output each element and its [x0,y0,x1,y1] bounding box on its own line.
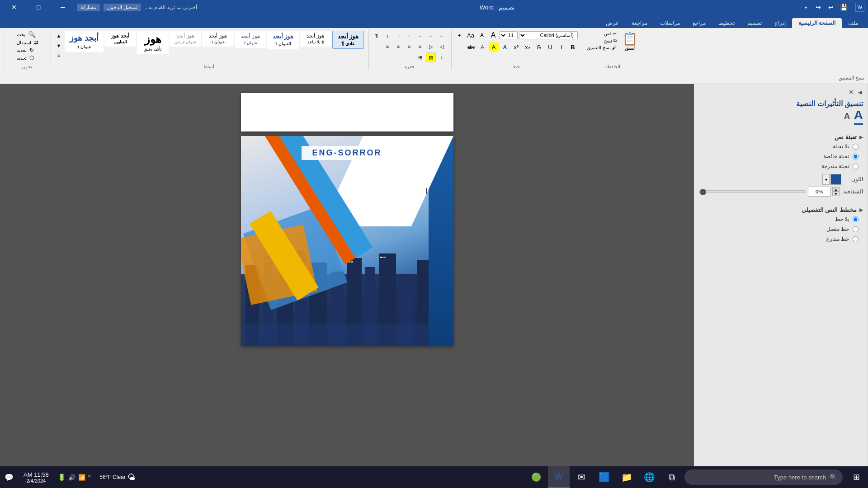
font-color-button[interactable]: A [477,42,487,52]
close-button[interactable]: ✕ [4,0,24,14]
gradient-fill-option[interactable]: تعبئة متدرجة [698,163,859,169]
increase-font-size[interactable]: A [488,31,498,40]
align-left[interactable]: ≡ [393,42,403,52]
no-fill-option[interactable]: بلا تعبئة [698,143,859,150]
panel-close-button[interactable]: ✕ [849,89,854,96]
panel-back-button[interactable]: ◄ [857,89,863,96]
font-name-select[interactable]: (أساسي) Calibri [519,31,578,39]
tab-file[interactable]: ملف [842,18,864,28]
styles-expand[interactable]: ≡ [54,51,64,61]
select-button[interactable]: تحديد [15,55,28,61]
task-view-button[interactable]: ⧉ [661,466,683,488]
start-button[interactable]: ⊞ [844,466,868,488]
edge-button[interactable]: 🌐 [638,466,660,488]
align-center[interactable]: ≡ [404,42,414,52]
show-hidden-icons[interactable]: ^ [88,474,91,480]
increase-indent[interactable]: → [393,31,403,41]
ltr-text-button[interactable]: ▷ [426,42,436,52]
rtl-text-button[interactable]: ◁ [437,42,447,52]
find-button[interactable]: بحث [15,32,27,38]
customize-button[interactable]: ▾ [800,2,811,13]
replace-button[interactable]: استبدال [15,40,33,46]
color-picker-button[interactable] [830,174,841,185]
cut-button[interactable]: ✂قص [585,31,618,37]
style-emphasis[interactable]: هوز تأكيد دقيق [137,31,169,54]
bold-button[interactable]: B [568,42,578,52]
solid-fill-radio[interactable] [853,154,859,160]
tab-view[interactable]: عرض [599,18,625,28]
text-fill-icon[interactable]: A [854,108,863,125]
tab-design[interactable]: تصميم [741,18,768,28]
shading-button[interactable]: ▤ [426,52,436,62]
text-outline-toggle[interactable]: ▶ [859,207,863,212]
subscript-button[interactable]: x₂ [523,42,533,52]
clear-format-abc[interactable]: abc [466,42,476,52]
style-normal[interactable]: هوز أبجدعادي ¶ [332,31,364,49]
superscript-button[interactable]: x² [511,42,521,52]
solid-line-radio[interactable] [853,226,859,232]
format-painter-button[interactable]: 🖌نسخ التنسيق [585,45,618,51]
taskbar-search[interactable]: 🔍 Type here to search [684,469,843,485]
copy-button[interactable]: ⧉نسخ [585,38,618,44]
style-subtitle[interactable]: هوز أبجدعنوان فرعي [170,31,201,47]
clear-formatting[interactable]: ✦ [454,31,464,40]
update-button[interactable]: تجديد [15,47,28,53]
transparency-input[interactable] [808,187,830,197]
style-normal-2[interactable]: أبجد هوز عنوان 1 [65,31,104,52]
style-strong[interactable]: أبجد هوزالعناوين [104,31,136,47]
word-taskbar-button[interactable]: W [548,466,570,488]
style-heading2[interactable]: هوز أبجدعنوان 2 [235,31,266,48]
gradient-fill-radio[interactable] [853,164,859,169]
tab-home[interactable]: الصفحة الرئيسية [792,18,842,28]
gradient-line-radio[interactable] [853,236,859,242]
underline-button[interactable]: U [545,42,555,52]
chrome-button[interactable]: 🟢 [525,466,547,488]
tab-mailings[interactable]: مراسلات [654,18,686,28]
align-right[interactable]: ≡ [415,42,425,52]
style-no-spacing[interactable]: هوز أبجد¶ بلا تباعد [300,31,331,47]
style-heading3[interactable]: هوز أبجدعنوان 1 [202,31,234,47]
share-button[interactable]: مشاركة [77,4,100,11]
notification-button[interactable]: 💬 [0,466,18,488]
font-size-select[interactable]: 11 [500,31,518,39]
network-icon[interactable]: 📶 [78,474,85,481]
styles-scroll-down[interactable]: ▼ [54,41,64,51]
strikethrough-button[interactable]: S [534,42,544,52]
solid-line-option[interactable]: خط متصل [698,226,859,232]
show-marks-button[interactable]: ¶ [372,31,382,41]
styles-scroll-up[interactable]: ▲ [54,31,64,41]
store-button[interactable]: 🟦 [593,466,615,488]
login-button[interactable]: تسجيل الدخول [104,4,141,11]
volume-icon[interactable]: 🔊 [68,474,75,481]
assist-label[interactable]: أخبرني بما تريد القيام به... [145,5,197,10]
tab-insert[interactable]: إدراج [768,18,792,28]
explorer-button[interactable]: 📁 [616,466,637,488]
highlight-button[interactable]: A [489,42,499,52]
tab-review[interactable]: مراجعة [625,18,654,28]
transparency-increment[interactable]: ▲ [832,187,840,192]
text-outline-section-header[interactable]: ▶ مخطط النص التفصيلي [698,206,863,213]
transparency-slider[interactable] [698,190,806,193]
borders-button[interactable]: ⊞ [415,52,425,62]
bullets-button[interactable]: ≡ [437,31,447,41]
style-heading1[interactable]: هوز أبجدالعنوان 1 [267,31,299,49]
text-fill-section-header[interactable]: ▶ تعبئة نص [698,134,863,141]
undo-button[interactable]: ↩ [826,2,836,13]
line-spacing[interactable]: ↕ [437,52,447,62]
transparency-decrement[interactable]: ▼ [832,192,840,196]
minimize-button[interactable]: ─ [52,0,73,14]
mail-button[interactable]: ✉ [571,466,592,488]
no-line-option[interactable]: بلا خط [698,216,859,222]
text-outline-icon[interactable]: A [844,111,850,122]
redo-button[interactable]: ↪ [813,2,824,13]
change-case[interactable]: Aa [466,31,476,40]
justify[interactable]: ≡ [382,42,392,52]
text-effects-button[interactable]: A [500,42,510,52]
gradient-line-option[interactable]: خط متدرج [698,236,859,242]
sort-button[interactable]: ↕ [382,31,392,41]
text-fill-toggle[interactable]: ▶ [859,135,863,140]
multilevel-button[interactable]: ≡ [415,31,425,41]
solid-fill-option[interactable]: تعبئة خالصة [698,153,859,160]
italic-button[interactable]: I [557,42,566,52]
decrease-indent[interactable]: ← [404,31,414,41]
